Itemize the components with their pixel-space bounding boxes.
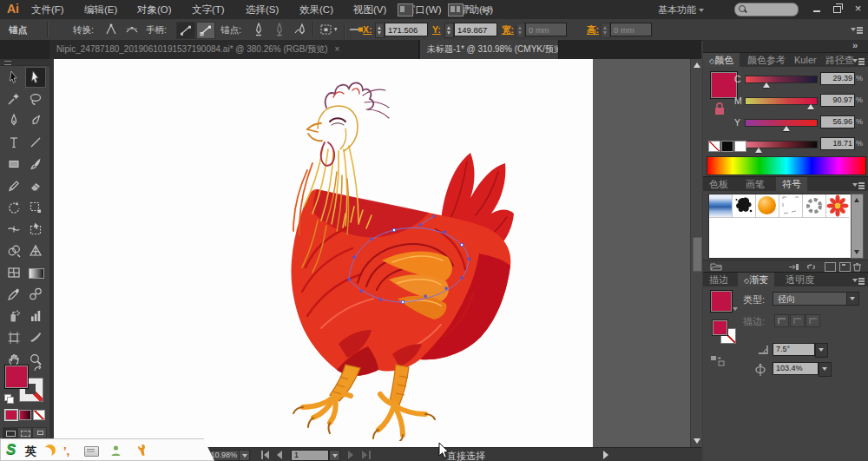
close-button[interactable]: × — [852, 3, 865, 15]
paintbrush-tool[interactable] — [26, 155, 45, 174]
first-artboard-icon[interactable] — [261, 451, 263, 459]
tab-transparency[interactable]: 透明度 — [779, 273, 820, 287]
minimize-button[interactable] — [811, 3, 824, 15]
break-link-icon[interactable] — [806, 262, 818, 272]
eyedropper-tool[interactable] — [4, 285, 23, 304]
line-segment-tool[interactable] — [26, 133, 45, 152]
symbol-blue-ribbon[interactable] — [709, 194, 733, 218]
ime-keyboard-icon[interactable] — [84, 446, 99, 457]
default-fill-stroke-icon[interactable] — [4, 394, 13, 403]
symbol-orange-orb[interactable] — [756, 194, 779, 218]
scroll-up-icon[interactable] — [694, 63, 700, 68]
tools-panel-grip[interactable] — [0, 59, 49, 66]
status-expand-icon[interactable] — [603, 451, 608, 459]
color-spectrum-bar[interactable] — [707, 156, 866, 175]
artboard-chevron-icon[interactable] — [329, 450, 340, 461]
pasteboard[interactable] — [593, 59, 690, 447]
black-slider[interactable] — [745, 141, 818, 148]
ime-language-toggle[interactable]: 英 — [25, 444, 36, 459]
rooster-artwork[interactable] — [175, 68, 540, 441]
scale-tool[interactable] — [26, 198, 45, 217]
lasso-tool[interactable] — [26, 89, 45, 109]
draw-inside-button[interactable] — [32, 427, 47, 438]
symbol-red-daisy[interactable] — [826, 194, 849, 218]
column-graph-tool[interactable] — [26, 306, 45, 326]
gradient-mode-button[interactable] — [19, 410, 31, 420]
scroll-down-icon[interactable] — [854, 250, 859, 254]
type-tool[interactable] — [4, 133, 23, 152]
first-artboard-icon[interactable] — [264, 451, 269, 459]
search-input[interactable] — [734, 3, 799, 16]
place-symbol-icon[interactable] — [788, 262, 799, 272]
fill-swatch[interactable] — [4, 365, 29, 389]
workspace-switcher[interactable]: 基本功能 — [658, 3, 704, 16]
menu-select[interactable]: 选择(S) — [246, 3, 279, 16]
reverse-gradient-icon[interactable] — [710, 354, 725, 367]
swap-fill-stroke-icon[interactable] — [33, 365, 43, 373]
mesh-tool[interactable] — [4, 263, 23, 282]
symbol-gray-wreath[interactable] — [803, 194, 826, 218]
color-panel-menu-icon[interactable] — [852, 57, 865, 65]
magenta-value-input[interactable]: 90.97 — [820, 94, 855, 107]
yellow-slider[interactable] — [745, 119, 818, 127]
pen-tool[interactable] — [4, 111, 23, 130]
direct-selection-tool[interactable] — [26, 68, 45, 87]
gradient-swatch[interactable] — [710, 290, 733, 313]
mini-fill-swatch[interactable] — [712, 319, 728, 336]
gradient-swatch-chevron-icon[interactable] — [733, 307, 738, 311]
previous-artboard-icon[interactable] — [277, 451, 282, 459]
artboard-tool[interactable] — [4, 328, 23, 347]
shape-builder-tool[interactable] — [4, 241, 23, 260]
document-tab-active[interactable]: 未标题-1* @ 310.98% (CMYK/预览)× — [420, 40, 559, 59]
tab-symbols[interactable]: 符号 — [776, 177, 807, 192]
isolate-selection-button[interactable] — [318, 22, 340, 37]
remove-anchor-button[interactable] — [250, 22, 267, 37]
artboard[interactable] — [54, 59, 593, 447]
vertical-scrollbar[interactable] — [690, 59, 702, 447]
show-handles-button[interactable] — [196, 22, 215, 39]
add-anchor-button[interactable] — [271, 22, 288, 37]
zoom-chevron-icon[interactable] — [239, 450, 250, 461]
tab-kuler[interactable]: Kuler — [788, 53, 823, 68]
symbols-panel-menu-icon[interactable] — [852, 181, 865, 189]
y-input[interactable]: 149.867 — [454, 23, 497, 36]
restore-button[interactable] — [830, 3, 843, 15]
artboard-number-field[interactable]: 1 — [291, 450, 329, 461]
cs-live-icon[interactable] — [479, 3, 495, 16]
tab-color-guide[interactable]: 颜色参考 — [741, 53, 792, 68]
tab-color[interactable]: ◇颜色 — [703, 53, 740, 68]
chevron-down-icon[interactable] — [846, 293, 858, 305]
document-canvas[interactable] — [49, 59, 701, 447]
black-swatch[interactable] — [721, 141, 733, 152]
width-tool[interactable] — [4, 220, 23, 239]
menu-type[interactable]: 文字(T) — [192, 3, 225, 16]
symbol-options-icon[interactable] — [825, 262, 836, 272]
tab-brushes[interactable]: 画笔 — [740, 177, 771, 192]
new-symbol-icon[interactable] — [839, 262, 851, 272]
scroll-down-icon[interactable] — [694, 438, 700, 444]
cyan-slider[interactable] — [745, 76, 818, 83]
delete-symbol-icon[interactable] — [852, 262, 862, 272]
rectangle-tool[interactable] — [4, 155, 23, 174]
white-swatch[interactable] — [734, 141, 746, 152]
document-tab-inactive[interactable]: Nipic_24787180_20190610191537190084.ai* … — [49, 40, 419, 59]
menu-edit[interactable]: 编辑(E) — [84, 3, 117, 16]
color-mode-button[interactable] — [5, 410, 17, 420]
gradient-type-select[interactable]: 径向 — [773, 292, 859, 306]
sogou-logo-icon[interactable]: S — [6, 441, 16, 458]
ime-settings-wrench-icon[interactable] — [133, 443, 147, 458]
eraser-tool[interactable] — [26, 176, 45, 195]
pencil-tool[interactable] — [4, 176, 23, 195]
tab-swatches[interactable]: 色板 — [703, 177, 734, 192]
draw-behind-button[interactable] — [17, 427, 32, 438]
menu-view[interactable]: 视图(V) — [353, 3, 386, 16]
y-stepper[interactable] — [444, 23, 454, 38]
go-to-bridge-icon[interactable] — [398, 3, 413, 16]
none-swatch[interactable] — [708, 141, 720, 152]
magic-wand-tool[interactable] — [4, 89, 23, 109]
menu-effect[interactable]: 效果(C) — [299, 3, 333, 16]
slice-tool[interactable] — [26, 328, 45, 347]
hide-handles-button[interactable] — [176, 22, 195, 39]
magenta-slider[interactable] — [745, 97, 818, 105]
arrange-documents-icon[interactable] — [448, 3, 464, 16]
